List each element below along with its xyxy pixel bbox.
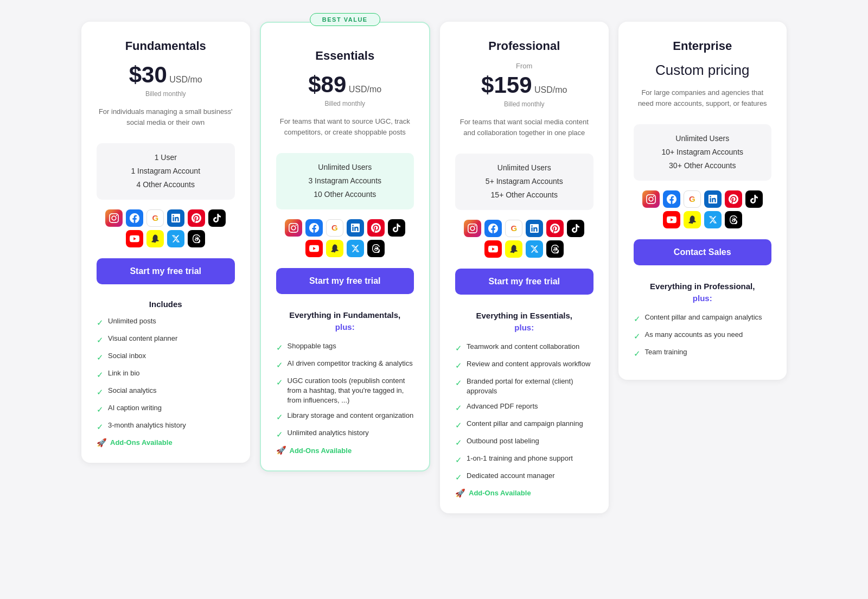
instagram-icon [464,220,481,237]
plus-label: plus: [693,294,712,303]
price-row: $89 USD/mo [276,72,414,98]
feature-item: ✓ UGC curation tools (republish content … [276,376,414,406]
plan-description: For teams that want to source UGC, track… [276,116,414,143]
threads-icon [188,230,205,247]
price-amount: $159 [481,72,532,98]
plan-title: Enterprise [634,39,772,53]
best-value-badge: BEST VALUE [310,13,380,26]
pinterest-icon [725,190,742,208]
rocket-icon: 🚀 [455,488,465,498]
linkedin-icon [167,209,184,227]
account-line: Unlimited Users [461,161,588,175]
plan-title: Fundamentals [97,39,235,53]
snapchat-icon [146,230,164,247]
linkedin-icon [704,190,722,208]
check-icon: ✓ [634,313,641,324]
cta-button[interactable]: Start my free trial [276,268,414,294]
youtube-icon [484,240,502,258]
feature-text: As many accounts as you need [645,330,743,340]
feature-item: ✓ 3-month analytics history [97,420,235,432]
account-line: 1 Instagram Account [102,164,229,178]
feature-list: ✓ Unlimited posts ✓ Visual content plann… [97,316,235,432]
facebook-icon [663,190,680,208]
account-line: 10 Other Accounts [282,188,409,201]
threads-icon [546,240,564,258]
rocket-icon: 🚀 [97,438,107,448]
feature-item: ✓ Library storage and content organizati… [276,411,414,423]
feature-item: ✓ Teamwork and content collaboration [455,342,593,354]
card-enterprise: EnterpriseCustom pricingFor large compan… [618,22,787,380]
check-icon: ✓ [276,429,283,440]
feature-list: ✓ Content pillar and campaign analytics … [634,313,772,359]
price-row: $159 USD/mo [455,72,593,98]
feature-item: ✓ Advanced PDF reports [455,402,593,413]
feature-text: Dedicated account manager [467,471,555,481]
snapchat-icon [684,211,701,228]
check-icon: ✓ [97,421,104,432]
pinterest-icon [367,219,385,237]
google-icon: G [505,220,522,237]
feature-text: Content pillar and campaign analytics [645,313,762,322]
price-unit: USD/mo [534,85,567,94]
threads-icon [725,211,742,228]
feature-item: ✓ Visual content planner [97,334,235,346]
linkedin-icon [347,219,364,237]
feature-list: ✓ Shoppable tags ✓ AI driven competitor … [276,341,414,441]
everything-in: Everything in Professional,plus: [634,281,772,305]
tiktok-icon [208,209,226,227]
twitter-icon [526,240,543,258]
check-icon: ✓ [276,377,283,388]
pinterest-icon [546,220,564,237]
tiktok-icon [745,190,763,208]
check-icon: ✓ [276,342,283,353]
check-icon: ✓ [455,342,462,354]
from-label: From [455,62,593,70]
feature-text: 3-month analytics history [108,420,186,430]
plan-title: Professional [455,39,593,53]
billed-text: Billed monthly [455,100,593,108]
cta-button[interactable]: Contact Sales [634,239,772,265]
feature-item: ✓ Team training [634,347,772,359]
instagram-icon [285,219,302,237]
card-fundamentals: Fundamentals $30 USD/mo Billed monthlyFo… [81,22,250,463]
feature-text: Library storage and content organization [288,411,414,420]
account-line: 1 User [102,151,229,164]
check-icon: ✓ [97,317,104,328]
feature-text: Branded portal for external (client) app… [467,377,593,396]
plus-label: plus: [335,322,355,332]
google-icon: G [326,219,343,237]
feature-item: ✓ Unlimited posts [97,316,235,328]
feature-item: ✓ Link in bio [97,368,235,380]
feature-text: Team training [645,347,687,357]
everything-in: Everything in Essentials,plus: [455,310,593,334]
cta-button[interactable]: Start my free trial [455,269,593,295]
youtube-icon [663,211,680,228]
check-icon: ✓ [97,369,104,380]
cta-button[interactable]: Start my free trial [97,258,235,284]
cards-container: Fundamentals $30 USD/mo Billed monthlyFo… [81,22,787,513]
addon-text: Add-Ons Available [110,438,173,447]
feature-item: ✓ AI driven competitor tracking & analyt… [276,359,414,371]
twitter-icon [347,240,364,257]
threads-icon [367,240,385,257]
check-icon: ✓ [455,471,462,483]
addon-row: 🚀 Add-Ons Available [276,445,414,455]
check-icon: ✓ [455,402,462,413]
addon-text: Add-Ons Available [469,489,531,497]
feature-text: Review and content approvals workflow [467,359,590,369]
plan-title: Essentials [276,49,414,63]
account-line: 15+ Other Accounts [461,188,588,202]
facebook-icon [305,219,323,237]
check-icon: ✓ [97,334,104,346]
check-icon: ✓ [276,411,283,423]
account-line: Unlimited Users [639,132,767,145]
price-unit: USD/mo [349,85,381,94]
feature-text: Outbound post labeling [467,436,539,446]
feature-item: ✓ AI caption writing [97,403,235,415]
check-icon: ✓ [455,360,462,371]
card-essentials: BEST VALUEEssentials $89 USD/mo Billed m… [260,22,431,471]
feature-text: Unlimited analytics history [288,428,369,438]
feature-item: ✓ Outbound post labeling [455,436,593,448]
pinterest-icon [188,209,205,227]
snapchat-icon [326,240,343,257]
